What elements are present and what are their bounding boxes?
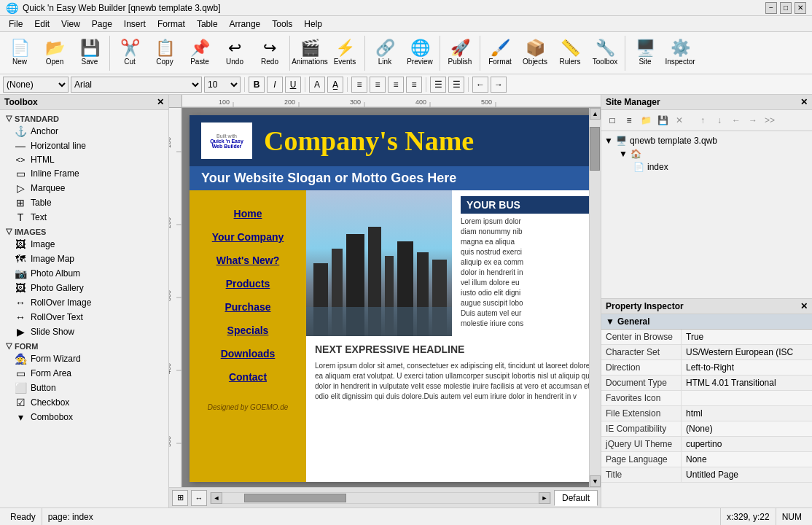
size-select[interactable]: 10 [204,77,241,93]
toolbox-item-text[interactable]: T Text [0,210,168,225]
toolbox-item-rollover-image[interactable]: ↔ RollOver Image [0,295,168,310]
menu-item-help[interactable]: Help [298,18,328,31]
menu-item-table[interactable]: Table [191,18,224,31]
redo-button[interactable]: ↪Redo [253,34,286,72]
horizontal-scrollbar[interactable]: ◄ ► [210,492,551,504]
italic-button[interactable]: I [267,77,283,93]
toolbox-item-form-area[interactable]: ▭ Form Area [0,366,168,381]
paste-button[interactable]: 📌Paste [183,34,216,72]
site-save-btn[interactable]: 💾 [655,112,671,128]
menu-item-page[interactable]: Page [86,18,118,31]
prop-val-center[interactable]: True [682,330,812,344]
toolbox-item-button[interactable]: ⬜ Button [0,381,168,395]
rulers-button[interactable]: 📏Rulers [553,34,587,72]
toolbox-item-marquee[interactable]: ▷ Marquee [0,181,168,195]
menu-item-tools[interactable]: Tools [266,18,298,31]
section-expand-images[interactable]: ▽ [6,227,12,236]
site-rightright-btn[interactable]: >> [762,112,778,128]
prop-val-jquery[interactable]: cupertino [682,437,812,451]
inspector-button[interactable]: ⚙️Inspector [663,34,697,72]
num-list-button[interactable]: ☰ [448,77,464,93]
toolbox-item-inline-frame[interactable]: ▭ Inline Frame [0,166,168,181]
nav-whats-new[interactable]: What's New? [195,249,300,272]
save-button[interactable]: 💾Save [73,34,106,72]
copy-button[interactable]: 📋Copy [148,34,181,72]
menu-item-insert[interactable]: Insert [118,18,152,31]
events-button[interactable]: ⚡Events [328,34,362,72]
close-button[interactable]: ✕ [795,2,806,14]
bullet-list-button[interactable]: ☰ [430,77,446,93]
minimize-button[interactable]: − [765,2,777,14]
bold-button[interactable]: B [249,77,265,93]
site-folder-btn[interactable]: 📁 [638,112,654,128]
animations-button[interactable]: 🎬Animations [293,34,327,72]
toolbox-close-button[interactable]: ✕ [157,97,164,107]
nav-purchase[interactable]: Purchase [195,295,300,319]
site-tree-project-name[interactable]: qnewb template 3.qwb [630,136,717,146]
toolbox-item-image[interactable]: 🖼 Image [0,237,168,252]
prop-section-general[interactable]: ▼ General [601,314,812,330]
site-pages-btn[interactable]: ≡ [621,112,637,128]
section-expand-standard[interactable]: ▽ [6,114,12,123]
site-right-btn[interactable]: → [745,112,761,128]
vscroll-up-button[interactable]: ▲ [590,108,601,120]
align-left-button[interactable]: ≡ [351,77,367,93]
highlight-button[interactable]: A̲ [327,77,343,93]
nav-products[interactable]: Products [195,272,300,295]
vscroll-down-button[interactable]: ▼ [590,475,601,487]
prop-val-iecompat[interactable]: (None) [682,421,812,436]
site-delete-btn[interactable]: ✕ [671,112,687,128]
nav-your-company[interactable]: Your Company [195,225,300,249]
prop-val-charset[interactable]: US/Western European (ISC [682,345,812,359]
site-tree-expand[interactable]: ▼ [604,136,613,146]
menu-item-view[interactable]: View [55,18,86,31]
prop-val-favicon[interactable] [682,391,812,405]
toolbox-item-anchor[interactable]: ⚓ Anchor [0,124,168,139]
outdent-button[interactable]: ← [472,77,488,93]
site-button[interactable]: 🖥️Site [628,34,662,72]
prop-val-direction[interactable]: Left-to-Right [682,360,812,375]
indent-button[interactable]: → [491,77,507,93]
prop-val-doctype[interactable]: HTML 4.01 Transitional [682,376,812,390]
underline-button[interactable]: U [285,77,301,93]
nav-home[interactable]: Home [195,202,300,225]
canvas-viewport[interactable]: Built with Quick 'n Easy Web Builder Com… [182,108,589,487]
canvas-resize-button[interactable]: ↔ [191,490,207,506]
site-down-btn[interactable]: ↓ [711,112,727,128]
vertical-scrollbar[interactable]: ▲ ▼ [589,108,601,487]
align-center-button[interactable]: ≡ [370,77,386,93]
vscroll-thumb[interactable] [590,127,600,171]
toolbox-item-slide-show[interactable]: ▶ Slide Show [0,324,168,339]
format-button[interactable]: 🖌️Format [483,34,517,72]
toolbox-item-table[interactable]: ⊞ Table [0,195,168,210]
toolbox-item-photo-gallery[interactable]: 🖼 Photo Gallery [0,281,168,295]
hscroll-thumb[interactable] [244,494,346,502]
nav-specials[interactable]: Specials [195,319,300,342]
section-expand-form[interactable]: ▽ [6,341,12,351]
prop-val-pagelang[interactable]: None [682,452,812,467]
justify-button[interactable]: ≡ [406,77,422,93]
toolbox-item-horizontal-line[interactable]: — Horizontal line [0,139,168,153]
prop-val-title[interactable]: Untitled Page [682,467,812,482]
toolbox-item-form-wizard[interactable]: 🧙 Form Wizard [0,351,168,366]
toolbox-item-rollover-text[interactable]: ↔ RollOver Text [0,310,168,324]
site-new-page-btn[interactable]: □ [604,112,620,128]
prop-val-fileext[interactable]: html [682,406,812,421]
publish-button[interactable]: 🚀Publish [443,34,477,72]
link-button[interactable]: 🔗Link [368,34,402,72]
menu-item-edit[interactable]: Edit [28,18,55,31]
hscroll-left-button[interactable]: ◄ [211,492,222,504]
page-tab-default[interactable]: Default [554,490,598,506]
nav-downloads[interactable]: Downloads [195,342,300,365]
menu-item-format[interactable]: Format [152,18,191,31]
toolbox-item-checkbox[interactable]: ☑ Checkbox [0,395,168,410]
canvas-grid-button[interactable]: ⊞ [172,490,188,506]
site-tree-expand-pages-icon[interactable]: ▼ [619,149,628,159]
preview-button[interactable]: 🌐Preview [403,34,437,72]
undo-button[interactable]: ↩Undo [218,34,251,72]
align-right-button[interactable]: ≡ [388,77,404,93]
hscroll-right-button[interactable]: ► [539,492,550,504]
font-color-button[interactable]: A [309,77,325,93]
menu-item-file[interactable]: File [3,18,28,31]
open-button[interactable]: 📂Open [38,34,71,72]
